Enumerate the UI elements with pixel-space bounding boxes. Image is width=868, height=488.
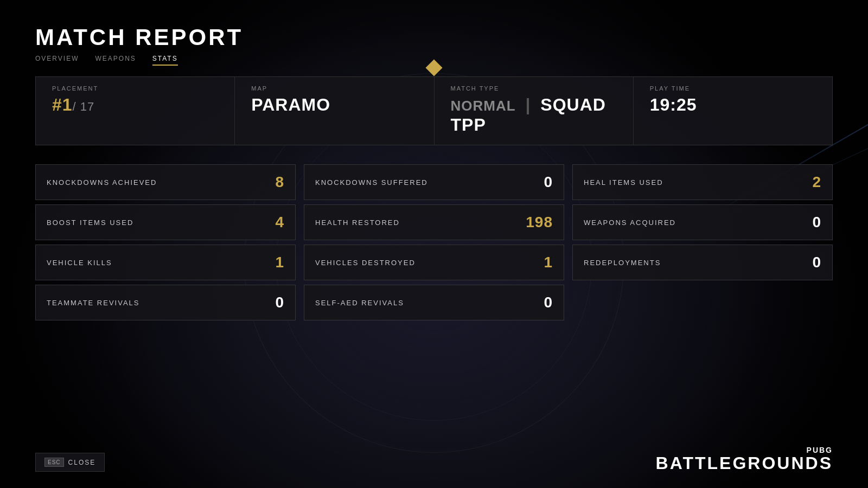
- table-row: VEHICLES DESTROYED 1: [304, 245, 564, 280]
- pubg-logo: PUBG BATTLEGROUNDS: [656, 446, 833, 472]
- footer: ESC CLOSE PUBG BATTLEGROUNDS: [35, 446, 833, 472]
- stat-value: 0: [805, 214, 821, 231]
- placement-label: PLACEMENT: [52, 85, 218, 92]
- match-type-section: MATCH TYPE NORMAL | SQUAD TPP: [435, 77, 634, 145]
- stat-label: HEALTH RESTORED: [315, 219, 400, 227]
- stat-value: 4: [268, 214, 284, 231]
- placement-total: / 17: [73, 100, 95, 113]
- stat-value: 0: [537, 174, 553, 191]
- match-type-mode: NORMAL: [451, 98, 516, 114]
- stat-label: VEHICLE KILLS: [47, 259, 112, 267]
- placement-section: PLACEMENT #1/ 17: [36, 77, 235, 145]
- placement-value: #1/ 17: [52, 95, 218, 115]
- match-type-label: MATCH TYPE: [451, 85, 617, 92]
- map-value: PARAMO: [251, 95, 417, 115]
- stat-value: 0: [268, 294, 284, 311]
- stats-column-left: KNOCKDOWNS ACHIEVED 8 BOOST ITEMS USED 4…: [35, 164, 296, 320]
- map-label: MAP: [251, 85, 417, 92]
- playtime-value: 19:25: [650, 95, 816, 115]
- stat-value: 1: [537, 254, 553, 271]
- stat-label: WEAPONS ACQUIRED: [584, 219, 676, 227]
- table-row: HEALTH RESTORED 198: [304, 204, 564, 240]
- tab-weapons[interactable]: WEAPONS: [95, 55, 136, 66]
- map-section: MAP PARAMO: [235, 77, 434, 145]
- esc-badge: ESC: [44, 458, 64, 467]
- tab-overview[interactable]: OVERVIEW: [35, 55, 79, 66]
- stat-value: 0: [805, 254, 821, 271]
- stat-label: KNOCKDOWNS ACHIEVED: [47, 178, 157, 187]
- stat-label: KNOCKDOWNS SUFFERED: [315, 178, 428, 187]
- battlegrounds-text: BATTLEGROUNDS: [656, 453, 833, 473]
- table-row: KNOCKDOWNS ACHIEVED 8: [35, 164, 296, 200]
- stat-label: BOOST ITEMS USED: [47, 219, 133, 227]
- placement-rank: #1: [52, 95, 73, 114]
- match-type-value: NORMAL | SQUAD TPP: [451, 95, 617, 135]
- stat-value: 2: [805, 174, 821, 191]
- playtime-label: PLAY TIME: [650, 85, 816, 92]
- playtime-section: PLAY TIME 19:25: [634, 77, 832, 145]
- table-row: HEAL ITEMS USED 2: [572, 164, 833, 200]
- match-type-pipe: |: [520, 95, 537, 114]
- table-row: VEHICLE KILLS 1: [35, 245, 296, 280]
- table-row: KNOCKDOWNS SUFFERED 0: [304, 164, 564, 200]
- page-title: MATCH REPORT: [35, 24, 833, 50]
- table-row: TEAMMATE REVIVALS 0: [35, 285, 296, 320]
- table-row: REDEPLOYMENTS 0: [572, 245, 833, 280]
- stat-label: TEAMMATE REVIVALS: [47, 299, 140, 307]
- stat-label: VEHICLES DESTROYED: [315, 259, 416, 267]
- stat-value: 8: [268, 174, 284, 191]
- table-row: WEAPONS ACQUIRED 0: [572, 204, 833, 240]
- close-label: CLOSE: [68, 459, 96, 466]
- main-container: MATCH REPORT OVERVIEW WEAPONS STATS PLAC…: [0, 0, 868, 342]
- header-bar: PLACEMENT #1/ 17 MAP PARAMO MATCH TYPE N…: [35, 76, 833, 145]
- stat-value: 0: [537, 294, 553, 311]
- tab-stats[interactable]: STATS: [152, 55, 178, 66]
- stat-label: HEAL ITEMS USED: [584, 178, 663, 187]
- stats-column-middle: KNOCKDOWNS SUFFERED 0 HEALTH RESTORED 19…: [304, 164, 564, 320]
- table-row: BOOST ITEMS USED 4: [35, 204, 296, 240]
- stat-label: SELF-AED REVIVALS: [315, 299, 404, 307]
- stats-column-right: HEAL ITEMS USED 2 WEAPONS ACQUIRED 0 RED…: [572, 164, 833, 320]
- stat-label: REDEPLOYMENTS: [584, 259, 661, 267]
- stat-value: 1: [268, 254, 284, 271]
- close-button[interactable]: ESC CLOSE: [35, 453, 105, 472]
- stat-value: 198: [526, 214, 553, 231]
- table-row: SELF-AED REVIVALS 0: [304, 285, 564, 320]
- stats-grid: KNOCKDOWNS ACHIEVED 8 BOOST ITEMS USED 4…: [35, 164, 833, 320]
